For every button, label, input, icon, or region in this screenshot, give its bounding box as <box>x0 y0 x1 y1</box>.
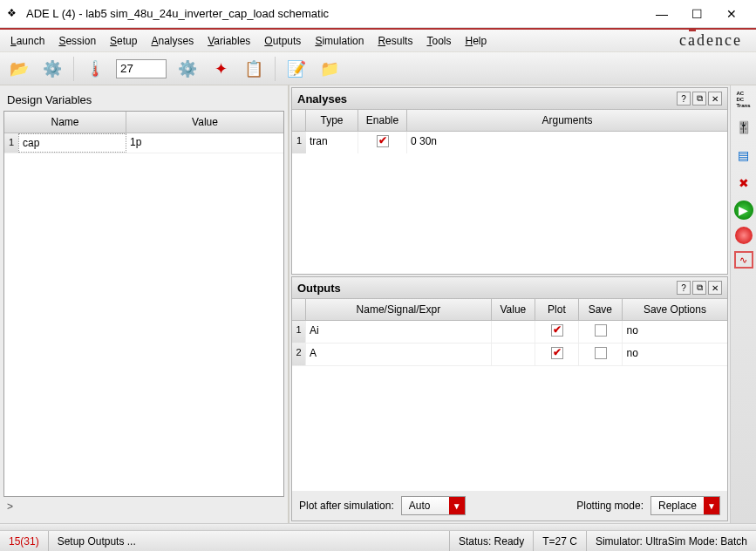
plot-after-value: Auto <box>402 500 449 512</box>
table-row[interactable]: 1 tran 0 30n <box>292 132 727 153</box>
output-value-cell[interactable] <box>492 321 535 343</box>
plot-mode-select[interactable]: Replace ▼ <box>650 496 720 515</box>
col-plot[interactable]: Plot <box>535 299 579 320</box>
delete-icon[interactable]: ✖ <box>733 173 754 194</box>
table-row[interactable]: 1 cap 1p <box>4 133 283 153</box>
temperature-input[interactable] <box>116 59 167 78</box>
plot-after-label: Plot after simulation: <box>299 500 394 512</box>
menu-analyses[interactable]: Analyses <box>144 32 201 50</box>
output-plot-cell[interactable] <box>535 344 579 365</box>
col-name[interactable]: Name <box>4 112 126 133</box>
col-value[interactable]: Value <box>492 299 535 320</box>
statusbar: 15(31) Setup Outputs ... Status: Ready T… <box>0 530 756 551</box>
play-icon[interactable]: ▶ <box>734 201 753 220</box>
menu-launch[interactable]: Launch <box>3 32 51 50</box>
output-name-cell[interactable]: A <box>306 344 492 365</box>
open-folder-icon[interactable]: 📂 <box>7 57 31 81</box>
col-enable[interactable]: Enable <box>358 110 407 131</box>
col-arguments[interactable]: Arguments <box>407 110 727 131</box>
right-pane: Analyses ? ⧉ ✕ Type Enable Arguments 1 t… <box>289 85 756 523</box>
analysis-modes-icon[interactable]: AC DC Trans <box>733 89 754 110</box>
checkbox-icon[interactable] <box>377 135 389 147</box>
design-variables-title: Design Variables <box>3 89 284 111</box>
folder-icon[interactable]: 📁 <box>317 57 342 81</box>
col-value[interactable]: Value <box>126 112 283 133</box>
outputs-table: Name/Signal/Expr Value Plot Save Save Op… <box>292 299 727 491</box>
output-plot-cell[interactable] <box>535 321 579 343</box>
stop-icon[interactable] <box>735 227 753 244</box>
hierarchy-icon[interactable]: ▤ <box>733 145 754 166</box>
close-button[interactable]: ✕ <box>714 2 749 26</box>
var-name-cell[interactable]: cap <box>18 133 126 153</box>
menu-tools[interactable]: Tools <box>419 32 458 50</box>
outputs-title: Outputs <box>297 282 675 295</box>
axes-icon[interactable]: ✦ <box>208 57 233 81</box>
menu-variables[interactable]: Variables <box>201 32 257 50</box>
status-simulator: Simulator: UltraSim Mode: Batch <box>587 531 756 551</box>
undock-icon[interactable]: ⧉ <box>692 92 706 105</box>
checkbox-icon[interactable] <box>595 347 607 359</box>
col-name[interactable]: Name/Signal/Expr <box>306 299 492 320</box>
clipboard-icon[interactable]: 📋 <box>242 57 266 81</box>
output-value-cell[interactable] <box>492 344 535 365</box>
plot-mode-label: Plotting mode: <box>576 500 644 512</box>
menu-help[interactable]: Help <box>458 32 494 50</box>
gear-icon[interactable]: ⚙️ <box>175 57 200 81</box>
right-sidebar: AC DC Trans 🎚️ ▤ ✖ ▶ ∿ <box>730 85 756 523</box>
var-value-cell[interactable]: 1p <box>126 133 283 153</box>
window-title: ADE L (4) - lab5 sim_48u_24u_inverter_ca… <box>26 7 644 20</box>
thermometer-icon[interactable]: 🌡️ <box>83 57 107 81</box>
app-icon: ❖ <box>7 7 21 21</box>
plot-options-bar: Plot after simulation: Auto ▼ Plotting m… <box>292 491 727 520</box>
table-row[interactable]: 2 A no <box>292 344 727 366</box>
menu-results[interactable]: Results <box>371 32 419 50</box>
menu-outputs[interactable]: Outputs <box>257 32 308 50</box>
minimize-button[interactable]: — <box>644 2 679 26</box>
mouse-coords: 15(31) <box>0 531 49 551</box>
menubar: Launch Session Setup Analyses Variables … <box>0 30 756 52</box>
chevron-down-icon: ▼ <box>704 497 719 514</box>
analysis-type-cell[interactable]: tran <box>306 132 358 153</box>
outputs-panel: Outputs ? ⧉ ✕ Name/Signal/Expr Value Plo… <box>291 276 728 521</box>
main-area: Design Variables Name Value 1 cap 1p > A… <box>0 85 756 523</box>
status-ready: Status: Ready <box>450 531 534 551</box>
output-saveopts-cell[interactable]: no <box>623 321 727 343</box>
resize-grip[interactable] <box>0 523 756 530</box>
analyses-table: Type Enable Arguments 1 tran 0 30n <box>292 110 727 274</box>
output-saveopts-cell[interactable]: no <box>623 344 727 365</box>
col-save[interactable]: Save <box>579 299 623 320</box>
tuning-icon[interactable]: 🎚️ <box>733 117 754 138</box>
plot-after-select[interactable]: Auto ▼ <box>401 496 466 515</box>
table-row[interactable]: 1 Ai no <box>292 321 727 344</box>
checkbox-icon[interactable] <box>595 324 607 337</box>
col-saveopts[interactable]: Save Options <box>623 299 727 320</box>
help-icon[interactable]: ? <box>677 281 691 295</box>
output-save-cell[interactable] <box>579 321 623 343</box>
output-save-cell[interactable] <box>579 344 623 365</box>
menu-setup[interactable]: Setup <box>103 32 144 50</box>
design-variables-table: Name Value 1 cap 1p <box>3 111 284 497</box>
titlebar: ❖ ADE L (4) - lab5 sim_48u_24u_inverter_… <box>0 0 756 28</box>
waveform-icon[interactable]: ∿ <box>734 251 753 269</box>
checkbox-icon[interactable] <box>551 347 563 359</box>
col-type[interactable]: Type <box>306 110 358 131</box>
analysis-args-cell[interactable]: 0 30n <box>407 132 727 153</box>
help-icon[interactable]: ? <box>677 92 691 105</box>
row-index: 1 <box>4 133 18 153</box>
close-panel-icon[interactable]: ✕ <box>708 92 722 105</box>
menu-simulation[interactable]: Simulation <box>308 32 371 50</box>
maximize-button[interactable]: ☐ <box>679 2 714 26</box>
edit-icon[interactable]: 📝 <box>284 57 309 81</box>
gear-folder-icon[interactable]: ⚙️ <box>40 57 65 81</box>
analyses-panel: Analyses ? ⧉ ✕ Type Enable Arguments 1 t… <box>291 87 728 275</box>
close-panel-icon[interactable]: ✕ <box>708 281 722 295</box>
checkbox-icon[interactable] <box>551 324 563 337</box>
analysis-enable-cell[interactable] <box>358 132 407 153</box>
brand-logo: cadence <box>679 31 753 50</box>
menu-session[interactable]: Session <box>51 32 103 50</box>
plot-mode-value: Replace <box>651 500 704 512</box>
output-name-cell[interactable]: Ai <box>306 321 492 343</box>
status-temp: T=27 C <box>534 531 587 551</box>
row-index: 2 <box>292 344 306 365</box>
undock-icon[interactable]: ⧉ <box>692 281 706 295</box>
